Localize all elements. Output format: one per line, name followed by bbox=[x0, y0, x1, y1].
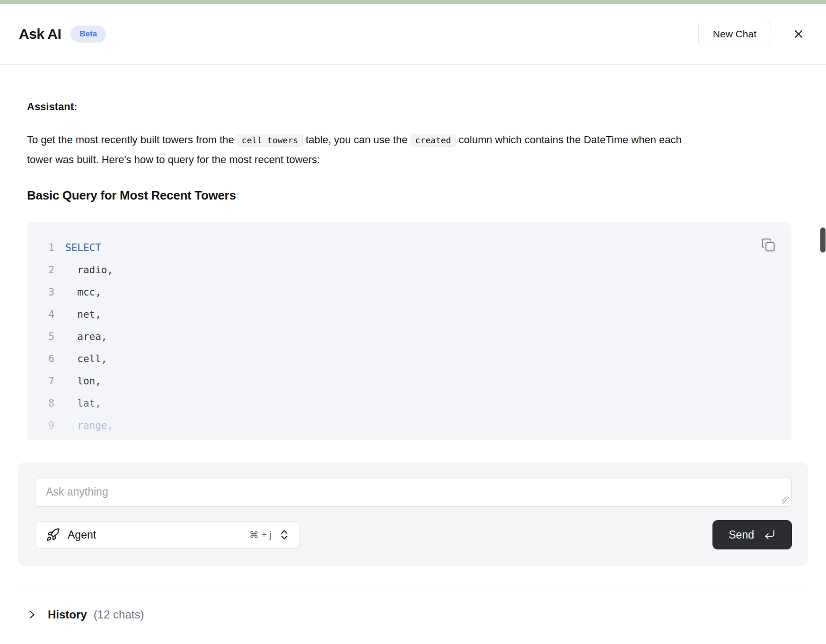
line-number: 6 bbox=[27, 348, 54, 370]
code-text: SELECT bbox=[65, 237, 101, 259]
send-label: Send bbox=[729, 529, 754, 541]
history-toggle[interactable]: History (12 chats) bbox=[26, 608, 826, 621]
code-text: cell, bbox=[65, 348, 107, 370]
scrollbar-thumb[interactable] bbox=[820, 227, 826, 252]
code-line: 8 lat, bbox=[27, 392, 791, 415]
history-label: History bbox=[48, 608, 87, 621]
new-chat-button[interactable]: New Chat bbox=[698, 22, 771, 46]
mode-selector[interactable]: Agent ⌘ + j bbox=[35, 521, 299, 548]
inline-code-cell-towers: cell_towers bbox=[237, 134, 303, 147]
section-heading: Basic Query for Most Recent Towers bbox=[27, 188, 799, 203]
chevrons-up-down-icon bbox=[278, 529, 290, 541]
ask-ai-panel: Ask AI Beta New Chat Assistant: To get t… bbox=[0, 0, 826, 644]
code-line: 9 range, bbox=[27, 415, 791, 437]
code-line: 4 net, bbox=[27, 304, 791, 326]
code-text: lon, bbox=[65, 370, 101, 392]
header: Ask AI Beta New Chat bbox=[0, 4, 826, 65]
paragraph-text: To get the most recently built towers fr… bbox=[27, 134, 237, 146]
line-number: 5 bbox=[27, 326, 54, 348]
close-icon bbox=[792, 27, 805, 41]
beta-badge: Beta bbox=[70, 26, 106, 43]
assistant-paragraph: To get the most recently built towers fr… bbox=[27, 130, 701, 169]
line-number: 1 bbox=[27, 237, 54, 259]
panel-title: Ask AI bbox=[19, 26, 61, 42]
code-text: radio, bbox=[65, 259, 113, 281]
code-text: range, bbox=[65, 415, 113, 437]
copy-icon bbox=[761, 238, 775, 252]
code-line: 1 SELECT bbox=[27, 237, 791, 259]
line-number: 3 bbox=[27, 281, 54, 304]
line-number: 2 bbox=[27, 259, 54, 281]
return-key-icon bbox=[764, 529, 776, 541]
top-accent-bar bbox=[0, 0, 826, 4]
code-line: 6 cell, bbox=[27, 348, 791, 370]
code-text: area, bbox=[65, 326, 107, 348]
close-button[interactable] bbox=[790, 26, 807, 43]
divider bbox=[18, 585, 808, 585]
mode-label: Agent bbox=[68, 529, 96, 541]
paragraph-text: table, you can use the bbox=[303, 134, 411, 146]
rocket-icon bbox=[46, 528, 60, 542]
code-line: 7 lon, bbox=[27, 370, 791, 392]
ask-input[interactable] bbox=[35, 478, 792, 507]
code-line: 3 mcc, bbox=[27, 281, 791, 304]
chevron-right-icon bbox=[26, 609, 38, 621]
inline-code-created: created bbox=[411, 134, 456, 147]
shortcut-hint: ⌘ + j bbox=[249, 529, 272, 540]
code-text: lat, bbox=[65, 392, 101, 415]
code-text: mcc, bbox=[65, 281, 101, 304]
assistant-role-label: Assistant: bbox=[27, 101, 799, 113]
header-title-group: Ask AI Beta bbox=[19, 26, 106, 43]
code-line: 5 area, bbox=[27, 326, 791, 348]
header-actions: New Chat bbox=[698, 22, 807, 46]
line-number: 9 bbox=[27, 415, 54, 437]
code-text: net, bbox=[65, 304, 101, 326]
history-count: (12 chats) bbox=[94, 608, 144, 621]
line-number: 8 bbox=[27, 392, 54, 415]
send-button[interactable]: Send bbox=[712, 520, 792, 549]
composer-section: Agent ⌘ + j Send bbox=[0, 440, 826, 566]
composer-panel: Agent ⌘ + j Send bbox=[18, 462, 808, 566]
line-number: 4 bbox=[27, 304, 54, 326]
chat-message-area: Assistant: To get the most recently buil… bbox=[0, 65, 826, 440]
sql-code-block: 1 SELECT 2 radio, 3 mcc, 4 net, 5 area, … bbox=[27, 222, 791, 440]
line-number: 7 bbox=[27, 370, 54, 392]
composer-actions-row: Agent ⌘ + j Send bbox=[35, 520, 792, 549]
input-shell bbox=[35, 478, 792, 507]
copy-code-button[interactable] bbox=[759, 236, 777, 254]
code-line: 2 radio, bbox=[27, 259, 791, 281]
